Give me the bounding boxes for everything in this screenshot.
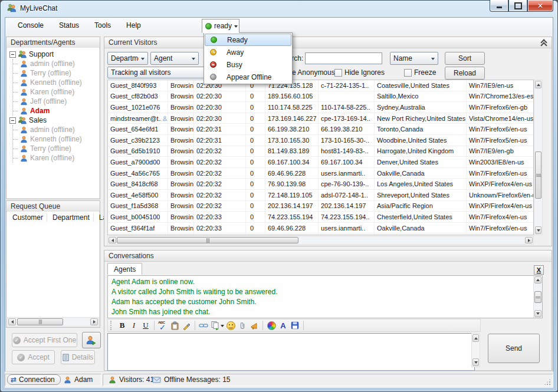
search-input[interactable] — [305, 52, 382, 64]
close-tab-button[interactable]: X — [534, 265, 544, 275]
scroll-right-icon[interactable] — [525, 237, 533, 243]
scroll-left-icon[interactable] — [8, 318, 16, 325]
visitor-row[interactable]: Guest_4e58f500 Browsing 02:20:32 0 72.14… — [108, 190, 533, 201]
scroll-right-icon[interactable] — [90, 318, 98, 325]
scroll-left-icon[interactable] — [109, 237, 116, 243]
chat-vscrollbar[interactable] — [533, 276, 542, 318]
emoticon-button[interactable] — [225, 320, 237, 331]
chat-log[interactable]: Agent Adam is online now.A visitor calle… — [107, 275, 543, 318]
visitor-row[interactable]: Guest_cf82b0d3 Browsing 02:20:30 0 189.1… — [108, 91, 533, 103]
agent-tree-node[interactable]: Adam — [13, 106, 99, 116]
tab-agents[interactable]: Agents — [107, 263, 142, 275]
queue-column-header[interactable]: Department — [47, 213, 94, 222]
collapse-panel-icon[interactable] — [540, 39, 547, 46]
accept-first-one-button[interactable]: ✓ Accept First One — [12, 333, 77, 347]
status-menu-item[interactable]: Appear Offline — [205, 71, 291, 83]
menu-item[interactable]: Console — [10, 18, 51, 32]
visitor-row[interactable]: Guest_8418cf68 Browsing 02:20:32 0 76.90… — [108, 179, 533, 190]
queue-column-header[interactable]: Customer — [7, 213, 47, 222]
attachment-button[interactable] — [237, 320, 248, 331]
collapse-toggle-icon[interactable] — [9, 51, 16, 58]
scroll-down-icon[interactable] — [472, 358, 479, 366]
visitor-row[interactable]: Guest_6d5b1910 Browsing 02:20:32 0 81.14… — [108, 146, 533, 157]
agent-tree-node[interactable]: Terry (offline) — [13, 68, 99, 78]
format-painter-button[interactable] — [180, 320, 192, 331]
reload-button[interactable]: Reload — [445, 67, 485, 80]
canned-response-button[interactable] — [209, 320, 225, 331]
menu-item[interactable]: Tools — [87, 18, 119, 32]
toolbar-grip[interactable] — [110, 321, 114, 330]
hide-ignores-checkbox[interactable] — [334, 69, 342, 77]
department-filter-dropdown[interactable]: Department — [107, 52, 148, 65]
close-button[interactable]: ✕ — [527, 0, 553, 12]
agent-tree-node[interactable]: Kenneth (offline) — [13, 78, 99, 87]
visitors-hscrollbar[interactable] — [107, 236, 534, 245]
underline-button[interactable]: U — [140, 320, 152, 331]
connection-button[interactable]: ⇄ Connection — [7, 374, 61, 385]
scroll-thumb[interactable] — [17, 318, 63, 325]
status-menu-item[interactable]: Ready — [205, 34, 291, 46]
visitor-row[interactable]: Guest_a7900d00 Browsing 02:20:32 0 69.16… — [108, 157, 533, 168]
scroll-up-icon[interactable] — [472, 334, 479, 342]
visitor-row[interactable]: Guest_b0045100 Browsing 02:20:33 0 74.22… — [108, 212, 533, 223]
minimize-button[interactable] — [490, 0, 508, 12]
message-vscrollbar[interactable] — [471, 333, 480, 367]
scroll-thumb[interactable] — [117, 237, 298, 243]
push-page-button[interactable] — [248, 320, 260, 331]
visitor-row[interactable]: Guest_1021e076 Browsing 02:20:30 0 110.1… — [108, 102, 533, 113]
department-tree-node[interactable]: Support — [7, 50, 99, 59]
visitors-vscrollbar[interactable] — [534, 80, 543, 235]
spellcheck-button[interactable]: ABC✓ — [157, 320, 169, 331]
collapse-toggle-icon[interactable] — [9, 117, 16, 124]
title-bar[interactable]: MyLiveChat ✕ — [0, 0, 558, 17]
agent-tree-node[interactable]: admin (offline) — [13, 125, 99, 134]
visitor-row[interactable]: Guest_4a56c765 Browsing 02:20:32 0 69.46… — [108, 168, 533, 179]
scroll-thumb[interactable] — [535, 151, 541, 199]
scroll-down-icon[interactable] — [535, 226, 541, 234]
scroll-down-icon[interactable] — [534, 310, 541, 317]
freeze-checkbox[interactable] — [404, 69, 412, 77]
agent-status-dropdown[interactable]: ready — [202, 19, 239, 33]
visitor-row[interactable]: mindstreamer@t.. Browsing 02:20:30 0 173… — [108, 113, 533, 124]
sort-button[interactable]: Sort — [445, 52, 485, 65]
details-button[interactable]: Details — [61, 350, 95, 364]
message-input[interactable] — [107, 333, 475, 371]
queue-hscrollbar[interactable] — [7, 317, 99, 327]
agent-tree-node[interactable]: Jeff (offline) — [13, 97, 99, 106]
queue-list[interactable] — [7, 223, 99, 317]
transfer-visitor-button[interactable] — [82, 332, 101, 348]
maximize-button[interactable] — [508, 0, 527, 12]
visitor-row[interactable]: Guest_15e03bed Browsing 02:20:34 0 84.10… — [108, 233, 533, 235]
menu-item[interactable]: Help — [119, 18, 149, 32]
italic-button[interactable]: I — [128, 320, 140, 331]
menu-item[interactable]: Status — [51, 18, 87, 32]
insert-link-button[interactable] — [198, 320, 209, 331]
freeze-option[interactable]: Freeze — [404, 68, 436, 77]
background-color-button[interactable] — [265, 320, 277, 331]
visitor-row[interactable]: Guest_f364f1af Browsing 02:20:33 0 69.46… — [108, 223, 533, 234]
visitor-row[interactable]: Guest_654e6fd1 Browsing 02:20:31 0 66.19… — [108, 124, 533, 135]
scroll-thumb[interactable] — [534, 291, 541, 303]
visitor-row[interactable]: Guest_8f40f993 Browsing 02:20:30 0 71.22… — [108, 80, 533, 91]
hide-ignores-option[interactable]: Hide Ignores — [334, 68, 385, 77]
bold-button[interactable]: B — [116, 320, 128, 331]
accept-button[interactable]: ✓ Accept — [12, 350, 55, 364]
sort-by-dropdown[interactable]: Name — [390, 52, 438, 65]
status-menu-item[interactable]: Busy — [205, 58, 291, 71]
save-transcript-button[interactable] — [289, 320, 301, 331]
agent-tree-node[interactable]: Kenneth (offline) — [13, 134, 99, 144]
scroll-up-icon[interactable] — [535, 81, 541, 88]
font-color-button[interactable]: A — [277, 320, 289, 331]
agent-tree-node[interactable]: Terry (offline) — [13, 144, 99, 153]
agent-tree-node[interactable]: Karen (offline) — [13, 153, 99, 163]
send-button[interactable]: Send — [488, 334, 540, 363]
status-menu-item[interactable]: Away — [205, 46, 291, 58]
department-tree-node[interactable]: Sales — [7, 116, 99, 125]
scroll-up-icon[interactable] — [534, 276, 541, 284]
visitor-row[interactable]: Guest_f1a5d368 Browsing 02:20:32 0 202.1… — [108, 201, 533, 212]
visitor-row[interactable]: Guest_c39b2123 Browsing 02:20:31 0 173.1… — [108, 135, 533, 146]
paste-button[interactable] — [169, 320, 180, 331]
agent-filter-dropdown[interactable]: Agent — [150, 52, 199, 65]
agent-tree-node[interactable]: admin (offline) — [13, 59, 99, 68]
agent-tree-node[interactable]: Karen (offline) — [13, 87, 99, 97]
